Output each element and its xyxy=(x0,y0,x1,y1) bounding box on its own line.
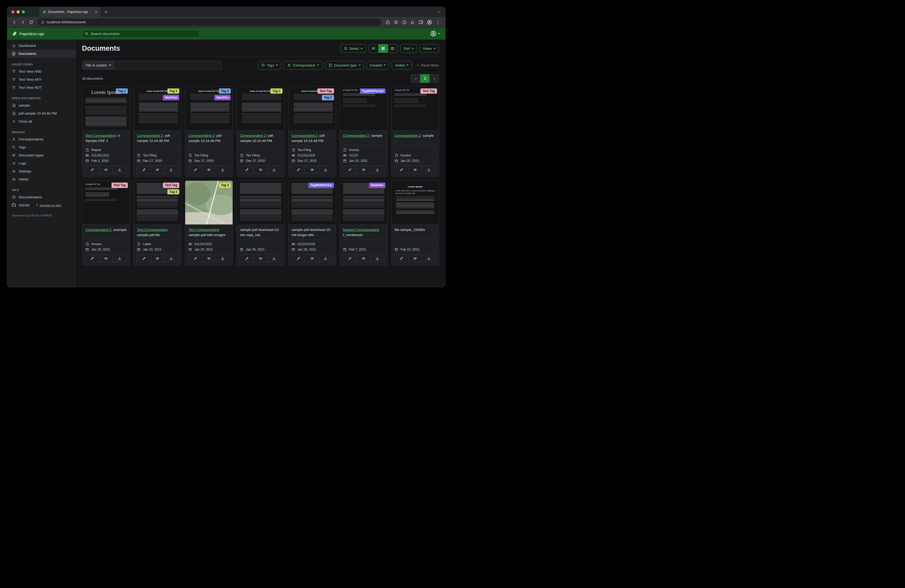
edit-document-button[interactable] xyxy=(86,254,99,262)
tag-badge-newone[interactable]: NewOne xyxy=(214,95,231,100)
edit-document-button[interactable] xyxy=(395,166,408,173)
download-document-button[interactable] xyxy=(113,254,127,262)
edit-document-button[interactable] xyxy=(188,254,202,262)
sidebar-item-logs[interactable]: Logs xyxy=(7,159,76,167)
global-search[interactable] xyxy=(82,30,200,38)
tag-badge-test-tag[interactable]: Test Tag xyxy=(163,182,179,188)
document-correspondent-link[interactable]: Correspondent 2 xyxy=(188,134,214,138)
document-thumbnail[interactable]: Lorem Ipsum Tag 2 xyxy=(82,87,130,131)
download-document-button[interactable] xyxy=(216,166,230,173)
download-document-button[interactable] xyxy=(267,254,281,262)
filter-tags-button[interactable]: Tags xyxy=(258,61,281,70)
bookmark-button[interactable] xyxy=(394,20,399,25)
browser-tab[interactable]: Documents - Paperless-ngx xyxy=(39,7,100,17)
tag-badge-tag-3[interactable]: Tag 3 xyxy=(219,182,231,188)
document-thumbnail[interactable]: Tag 3 xyxy=(185,181,233,225)
sidebar-link-suggest-an-idea[interactable]: Suggest an idea xyxy=(35,204,61,207)
document-correspondent-link[interactable]: Correspondent 2 xyxy=(86,228,111,232)
download-document-button[interactable] xyxy=(319,166,333,173)
tag-badge-tag-3[interactable]: Tag 3 xyxy=(270,89,282,94)
edit-document-button[interactable] xyxy=(395,254,408,262)
sidebar-item-test-view-any[interactable]: Test View ANY xyxy=(7,76,76,84)
preview-document-button[interactable] xyxy=(357,166,370,173)
preview-document-button[interactable] xyxy=(357,254,370,262)
tag-badge-tag-2[interactable]: Tag 2 xyxy=(322,95,334,100)
tab-list-chevron-icon[interactable] xyxy=(437,10,441,14)
edit-document-button[interactable] xyxy=(343,166,357,173)
side-panel-button[interactable] xyxy=(419,20,423,25)
document-thumbnail[interactable]: A Simple PDF File TagWithPartial xyxy=(340,87,387,131)
sidebar-item-close-all[interactable]: Close all xyxy=(7,117,76,125)
preview-document-button[interactable] xyxy=(151,254,165,262)
preview-document-button[interactable] xyxy=(254,254,268,262)
preview-document-button[interactable] xyxy=(202,166,216,173)
sort-button[interactable]: Sort xyxy=(400,44,417,53)
download-document-button[interactable] xyxy=(319,254,333,262)
document-thumbnail[interactable]: A Simple PDF File Test Tag xyxy=(391,87,439,131)
tag-badge-tagwithpartial[interactable]: TagWithPartial xyxy=(360,89,386,94)
edit-document-button[interactable] xyxy=(240,254,254,262)
edit-document-button[interactable] xyxy=(188,166,202,173)
download-document-button[interactable] xyxy=(267,166,281,173)
sidebar-item-document-types[interactable]: Document types xyxy=(7,151,76,159)
sidebar-item-sample[interactable]: sample xyxy=(7,101,76,109)
filter-added-button[interactable]: Added xyxy=(392,61,412,70)
preview-document-button[interactable] xyxy=(408,166,422,173)
document-correspondent-link[interactable]: Test Correspondent xyxy=(86,134,116,138)
preview-document-button[interactable] xyxy=(99,254,113,262)
window-zoom-button[interactable] xyxy=(22,10,25,13)
tag-badge-tag-2[interactable]: Tag 2 xyxy=(219,89,231,94)
view-list-button[interactable] xyxy=(369,44,378,53)
download-document-button[interactable] xyxy=(164,254,178,262)
sidebar-item-github[interactable]: GitHub Suggest an idea xyxy=(7,201,76,209)
document-thumbnail[interactable]: Lorem ipsum Lorem ipsum dolor sit amet, … xyxy=(391,181,439,225)
pagination-page-1-button[interactable]: 1 xyxy=(420,74,430,83)
window-minimize-button[interactable] xyxy=(17,10,20,13)
view-grid-button[interactable] xyxy=(378,44,388,53)
sidebar-item-correspondents[interactable]: Correspondents xyxy=(7,135,76,143)
sidebar-item-pdf-sample-10-24-48-pm[interactable]: pdf-sample 10.24.48 PM xyxy=(7,109,76,117)
tag-badge-tag-3[interactable]: Tag 3 xyxy=(167,189,179,195)
tag-badge-tag-3[interactable]: Tag 3 xyxy=(167,89,179,94)
reload-button[interactable] xyxy=(29,20,33,25)
pagination-next-button[interactable]: » xyxy=(429,74,439,83)
preview-document-button[interactable] xyxy=(202,254,216,262)
download-document-button[interactable] xyxy=(113,166,127,173)
view-detail-button[interactable] xyxy=(388,44,398,53)
download-document-button[interactable] xyxy=(216,254,230,262)
filter-created-button[interactable]: Created xyxy=(367,61,389,70)
sidebar-item-test-view-not[interactable]: Test View NOT xyxy=(7,84,76,92)
app-brand[interactable]: Paperless-ngx xyxy=(7,31,76,36)
edit-document-button[interactable] xyxy=(292,254,306,262)
url-bar[interactable]: localhost:4200/documents xyxy=(38,19,381,26)
document-thumbnail[interactable]: Test TagTag 3 xyxy=(134,181,181,225)
sidebar-item-documentation[interactable]: Documentation xyxy=(7,193,76,201)
document-thumbnail[interactable]: TagWithPartial xyxy=(289,181,336,225)
tag-badge-test-tag[interactable]: Test Tag xyxy=(318,89,334,94)
document-thumbnail[interactable]: Adobe Acrobat PDF Files Tag 3 xyxy=(237,87,284,131)
tag-badge-tagwithpartial[interactable]: TagWithPartial xyxy=(308,182,334,188)
filter-document-type-button[interactable]: Document type xyxy=(325,61,364,70)
extensions-button[interactable] xyxy=(410,20,415,25)
tab-close-icon[interactable] xyxy=(94,10,98,14)
user-menu[interactable] xyxy=(430,30,445,37)
filter-text-input[interactable] xyxy=(114,61,222,70)
tag-badge-newone[interactable]: NewOne xyxy=(163,95,179,100)
forward-button[interactable] xyxy=(21,20,25,25)
document-thumbnail[interactable] xyxy=(237,181,284,225)
browser-profile-button[interactable] xyxy=(427,20,432,25)
download-document-button[interactable] xyxy=(422,166,436,173)
new-tab-button[interactable] xyxy=(104,10,108,14)
document-correspondent-link[interactable]: Correspondent 2 xyxy=(292,134,318,138)
sidebar-item-documents[interactable]: Documents xyxy=(7,50,76,58)
views-button[interactable]: Views xyxy=(420,44,439,53)
download-document-button[interactable] xyxy=(422,254,436,262)
document-correspondent-link[interactable]: Correspondent 2 xyxy=(343,134,369,138)
sidebar-item-admin[interactable]: Admin xyxy=(7,175,76,183)
document-thumbnail[interactable]: A Simple PDF File Test Tag xyxy=(82,181,130,225)
document-correspondent-link[interactable]: Correspondent 2 xyxy=(137,134,163,138)
edit-document-button[interactable] xyxy=(86,166,99,173)
preview-document-button[interactable] xyxy=(254,166,268,173)
back-button[interactable] xyxy=(12,20,17,25)
document-thumbnail[interactable]: NewOne xyxy=(340,181,387,225)
